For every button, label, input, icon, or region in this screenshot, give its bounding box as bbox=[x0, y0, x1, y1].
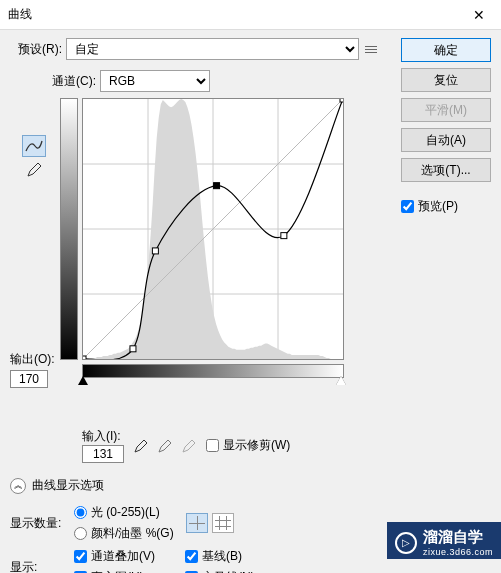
preset-select[interactable]: 自定 bbox=[66, 38, 359, 60]
window-title: 曲线 bbox=[8, 6, 456, 23]
ok-button[interactable]: 确定 bbox=[401, 38, 491, 62]
check-overlay[interactable]: 通道叠加(V) bbox=[74, 548, 155, 565]
eyedropper-black-icon[interactable] bbox=[132, 437, 150, 455]
check-baseline[interactable]: 基线(B) bbox=[185, 548, 255, 565]
auto-button[interactable]: 自动(A) bbox=[401, 128, 491, 152]
curve-canvas[interactable] bbox=[82, 98, 344, 360]
input-label: 输入(I): bbox=[82, 428, 124, 445]
white-point-slider[interactable] bbox=[336, 376, 346, 385]
show-clipping-checkbox[interactable]: 显示修剪(W) bbox=[206, 437, 290, 454]
svg-rect-10 bbox=[214, 183, 220, 189]
curve-path bbox=[83, 99, 343, 359]
watermark-logo-icon: ▷ bbox=[395, 532, 417, 554]
horizontal-gradient bbox=[82, 364, 344, 378]
close-button[interactable]: ✕ bbox=[456, 0, 501, 29]
svg-rect-11 bbox=[281, 233, 287, 239]
check-intersection[interactable]: 交叉线(N) bbox=[185, 569, 255, 573]
svg-rect-8 bbox=[130, 346, 136, 352]
eyedropper-white-icon[interactable] bbox=[180, 437, 198, 455]
svg-rect-9 bbox=[152, 248, 158, 254]
pencil-icon bbox=[26, 162, 42, 178]
black-point-slider[interactable] bbox=[78, 376, 88, 385]
preview-checkbox[interactable]: 预览(P) bbox=[401, 198, 491, 215]
watermark: ▷ 溜溜自学 zixue.3d66.com bbox=[387, 522, 501, 559]
output-label: 输出(O): bbox=[10, 351, 58, 368]
check-histogram[interactable]: 直方图(H) bbox=[74, 569, 155, 573]
svg-rect-7 bbox=[83, 356, 86, 359]
curve-tool-button[interactable] bbox=[22, 135, 46, 157]
channel-label: 通道(C): bbox=[52, 73, 96, 90]
preset-label: 预设(R): bbox=[10, 41, 62, 58]
output-field[interactable] bbox=[10, 370, 48, 388]
smooth-button: 平滑(M) bbox=[401, 98, 491, 122]
disclosure-label: 曲线显示选项 bbox=[32, 477, 104, 494]
options-button[interactable]: 选项(T)... bbox=[401, 158, 491, 182]
channel-select[interactable]: RGB bbox=[100, 70, 210, 92]
input-field[interactable] bbox=[82, 445, 124, 463]
reset-button[interactable]: 复位 bbox=[401, 68, 491, 92]
amount-label: 显示数量: bbox=[10, 515, 68, 532]
curve-icon bbox=[25, 139, 43, 153]
radio-pigment[interactable]: 颜料/油墨 %(G) bbox=[74, 525, 174, 542]
disclosure-button[interactable]: ︽ bbox=[10, 478, 26, 494]
vertical-gradient bbox=[60, 98, 78, 360]
svg-rect-12 bbox=[340, 99, 343, 102]
show-label: 显示: bbox=[10, 559, 68, 574]
radio-light[interactable]: 光 (0-255)(L) bbox=[74, 504, 174, 521]
preset-menu-icon[interactable] bbox=[363, 40, 381, 58]
grid-fine-button[interactable] bbox=[212, 513, 234, 533]
svg-line-6 bbox=[83, 99, 343, 359]
eyedropper-gray-icon[interactable] bbox=[156, 437, 174, 455]
grid-coarse-button[interactable] bbox=[186, 513, 208, 533]
pencil-tool-button[interactable] bbox=[22, 159, 46, 181]
